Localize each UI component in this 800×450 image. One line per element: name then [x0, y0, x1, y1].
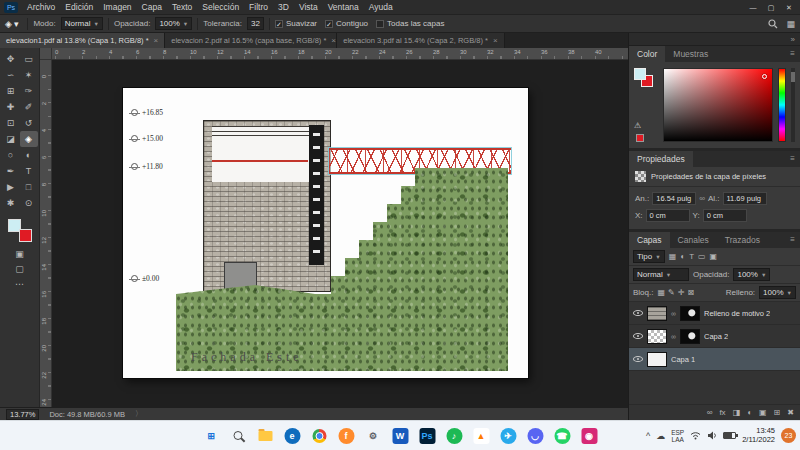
tab-propiedades[interactable]: Propiedades	[629, 151, 693, 167]
opacity-select[interactable]: 100%▼	[155, 17, 192, 30]
menu-vista[interactable]: Vista	[294, 0, 323, 15]
document-canvas[interactable]: +16.85+15.00+11.80±0.00	[123, 88, 528, 378]
document-tab[interactable]: elevacion1.pdf al 13.8% (Capa 1, RGB/8) …	[0, 33, 165, 48]
link-dimensions-icon[interactable]: ∞	[699, 194, 705, 203]
picker-cursor-icon[interactable]	[762, 74, 767, 79]
paint-bucket-tool[interactable]: ◈	[20, 131, 38, 147]
menu-archivo[interactable]: Archivo	[22, 0, 60, 15]
checkbox-suavizar[interactable]: ✓Suavizar	[275, 19, 317, 28]
layer-row[interactable]: ∞Capa 2	[629, 325, 800, 348]
vertical-ruler[interactable]: 024681012141618202224	[40, 60, 52, 407]
onedrive-cloud-icon[interactable]: ☁	[656, 431, 665, 441]
taskbar-firefox-icon[interactable]: f	[335, 424, 358, 447]
layer-row[interactable]: ∞Relleno de motivo 2	[629, 302, 800, 325]
dock-collapse-icon[interactable]: »	[629, 33, 800, 46]
taskbar-spotify-icon[interactable]: ♪	[443, 424, 466, 447]
layer-opacity-select[interactable]: 100%▼	[733, 268, 770, 281]
lock-all-icon[interactable]: ⊠	[687, 288, 694, 297]
mode-select[interactable]: Normal▼	[61, 17, 103, 30]
add-mask-icon[interactable]: ◨	[733, 408, 741, 417]
checkbox-box[interactable]: ✓	[325, 20, 333, 28]
checkbox-contiguo[interactable]: ✓Contiguo	[325, 19, 368, 28]
y-field[interactable]: 0 cm	[703, 209, 747, 222]
tab-canales[interactable]: Canales	[670, 232, 717, 248]
tab-color[interactable]: Color	[629, 46, 665, 62]
tray-chevron-icon[interactable]: ^	[646, 431, 650, 441]
horizontal-ruler[interactable]: 0246810121416182022242628303234363840	[52, 48, 628, 60]
checkbox-box[interactable]	[376, 20, 384, 28]
taskbar-whatsapp-icon[interactable]: ☎	[551, 424, 574, 447]
blend-mode-select[interactable]: Normal▼	[633, 268, 689, 281]
search-icon[interactable]	[768, 19, 778, 29]
current-tool-icon[interactable]: ◈▾	[5, 19, 22, 29]
quick-mask-icon[interactable]: ▣	[15, 249, 24, 259]
notification-badge[interactable]: 23	[781, 428, 796, 443]
new-group-icon[interactable]: ▣	[759, 408, 767, 417]
filter-image-icon[interactable]: ▦	[669, 252, 677, 261]
edit-toolbar-icon[interactable]: ⋯	[15, 279, 24, 289]
visibility-eye-icon[interactable]	[633, 308, 643, 318]
taskbar-file-explorer-icon[interactable]	[254, 424, 277, 447]
document-tab[interactable]: elevacion 2.pdf al 16.5% (capa base, RGB…	[165, 33, 337, 48]
adjustment-layer-icon[interactable]: ◐	[747, 408, 752, 417]
dodge-tool[interactable]: ◐	[20, 147, 38, 163]
background-color-swatch[interactable]	[19, 229, 32, 242]
web-color-swatch[interactable]	[636, 134, 644, 142]
menu-3d[interactable]: 3D	[273, 0, 294, 15]
clone-stamp-tool[interactable]: ⊡	[2, 115, 20, 131]
workspace-icon[interactable]: ▦	[786, 19, 795, 29]
tolerance-input[interactable]: 32	[247, 17, 264, 30]
menu-capa[interactable]: Capa	[137, 0, 167, 15]
tab-trazados[interactable]: Trazados	[717, 232, 768, 248]
menu-filtro[interactable]: Filtro	[244, 0, 273, 15]
visibility-eye-icon[interactable]	[633, 354, 643, 364]
taskbar-discord-icon[interactable]: ◡	[524, 424, 547, 447]
link-layers-icon[interactable]: ∞	[707, 408, 713, 417]
status-chevron-icon[interactable]: 〉	[135, 409, 143, 419]
menu-texto[interactable]: Texto	[167, 0, 197, 15]
maximize-button[interactable]: ▢	[762, 0, 780, 15]
blur-tool[interactable]: ○	[2, 147, 20, 163]
type-tool[interactable]: T	[20, 163, 38, 179]
crop-tool[interactable]: ⊞	[2, 83, 20, 99]
menu-ventana[interactable]: Ventana	[323, 0, 364, 15]
filter-adjustment-icon[interactable]: ◐	[680, 252, 685, 261]
screen-mode-icon[interactable]: ▢	[15, 264, 24, 274]
volume-icon[interactable]	[707, 431, 717, 440]
width-field[interactable]: 16.54 pulg	[652, 192, 696, 205]
lasso-tool[interactable]: ∽	[2, 67, 20, 83]
language-indicator[interactable]: ESP LAA	[671, 429, 684, 443]
healing-brush-tool[interactable]: ✚	[2, 99, 20, 115]
menu-imagen[interactable]: Imagen	[98, 0, 136, 15]
taskbar-start-icon[interactable]: ⊞	[200, 424, 223, 447]
pen-tool[interactable]: ✒	[2, 163, 20, 179]
taskbar-telegram-icon[interactable]: ✈	[497, 424, 520, 447]
layer-thumbnail[interactable]	[647, 352, 667, 367]
panel-menu-icon[interactable]: ≡	[790, 151, 800, 167]
layer-thumbnail[interactable]	[647, 329, 667, 344]
brush-tool[interactable]: ✐	[20, 99, 38, 115]
taskbar-settings-icon[interactable]: ⚙	[362, 424, 385, 447]
close-button[interactable]: ✕	[780, 0, 798, 15]
document-tab[interactable]: elevacion 3.pdf al 15.4% (Capa 2, RGB/8)…	[337, 33, 504, 48]
wifi-icon[interactable]	[690, 431, 701, 440]
filter-type-select[interactable]: Tipo▼	[633, 250, 665, 263]
filter-shape-icon[interactable]: ▭	[698, 252, 706, 261]
layer-mask-thumbnail[interactable]	[680, 306, 700, 321]
clock[interactable]: 13:45 2/11/2022	[742, 427, 775, 444]
fill-select[interactable]: 100%▼	[759, 286, 796, 299]
canvas-viewport[interactable]: +16.85+15.00+11.80±0.00	[52, 60, 628, 407]
delete-layer-icon[interactable]: ✖	[787, 408, 794, 417]
checkbox-box[interactable]: ✓	[275, 20, 283, 28]
height-field[interactable]: 11.69 pulg	[723, 192, 767, 205]
hand-tool[interactable]: ✱	[2, 195, 20, 211]
hue-slider[interactable]	[778, 68, 786, 142]
menu-edicion[interactable]: Edición	[60, 0, 98, 15]
checkbox-todas-las-capas[interactable]: Todas las capas	[376, 19, 444, 28]
history-brush-tool[interactable]: ↺	[20, 115, 38, 131]
magic-wand-tool[interactable]: ✶	[20, 67, 38, 83]
zoom-tool[interactable]: ⊙	[20, 195, 38, 211]
taskbar-instagram-icon[interactable]: ◉	[578, 424, 601, 447]
layer-thumbnail[interactable]	[647, 306, 667, 321]
layer-mask-thumbnail[interactable]	[680, 329, 700, 344]
